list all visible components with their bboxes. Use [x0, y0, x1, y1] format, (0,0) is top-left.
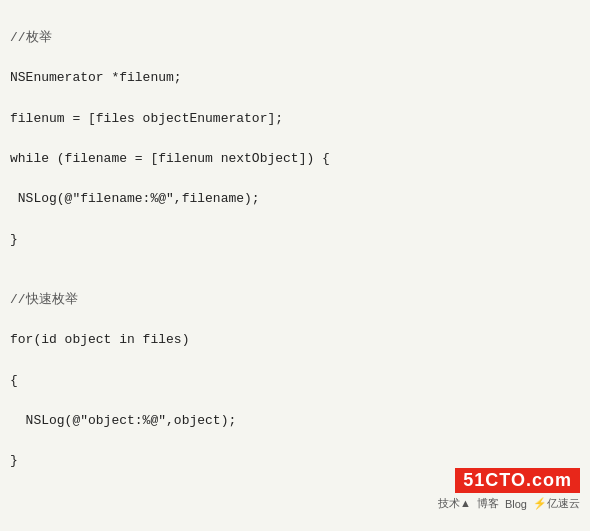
code-line: while (filename = [filenum nextObject]) …: [10, 149, 580, 169]
watermark-blog2: Blog: [505, 496, 527, 511]
code-line: for(id object in files): [10, 330, 580, 350]
watermark-sub: 技术▲ 博客 Blog ⚡亿速云: [438, 496, 580, 511]
code-line: NSEnumerator *filenum;: [10, 68, 580, 88]
code-line: filenum = [files objectEnumerator];: [10, 109, 580, 129]
code-line: //快速枚举: [10, 290, 580, 310]
code-line: NSLog(@"object:%@",object);: [10, 411, 580, 431]
watermark-logo: 51CTO.com: [455, 468, 580, 493]
code-line: {: [10, 371, 580, 391]
watermark: 51CTO.com 技术▲ 博客 Blog ⚡亿速云: [438, 468, 580, 511]
watermark-blog1: 博客: [477, 496, 499, 511]
code-editor: //枚举 NSEnumerator *filenum; filenum = [f…: [0, 0, 590, 531]
code-line: //枚举: [10, 28, 580, 48]
code-line: NSLog(@"filename:%@",filename);: [10, 189, 580, 209]
code-line: }: [10, 230, 580, 250]
watermark-tech: 技术▲: [438, 496, 471, 511]
watermark-yisu: ⚡亿速云: [533, 496, 580, 511]
